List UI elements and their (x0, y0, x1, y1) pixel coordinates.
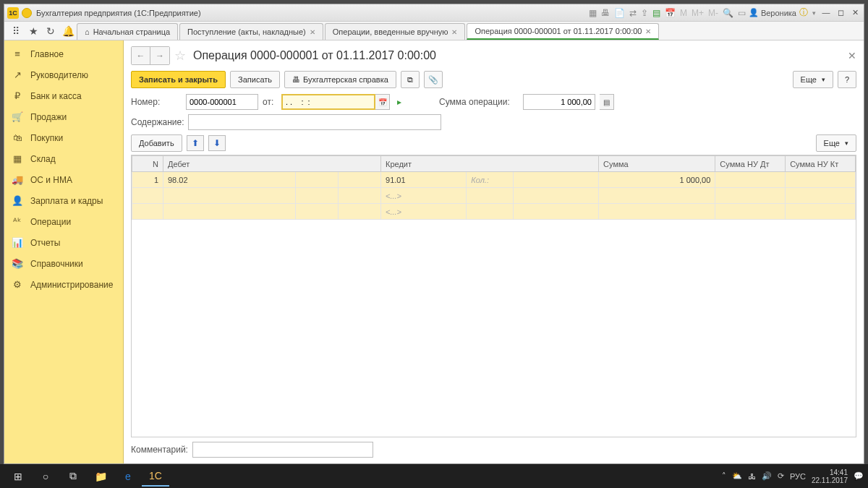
sidebar-item-purchases[interactable]: 🛍Покупки (4, 127, 123, 148)
cell-sumdt[interactable] (715, 172, 786, 188)
info-icon[interactable]: ⓘ (799, 7, 808, 19)
tray-up-icon[interactable]: ˄ (722, 471, 726, 481)
cell-sum[interactable] (599, 204, 715, 220)
cell-credit-sub2[interactable] (513, 172, 598, 188)
cell-credit-ph[interactable]: <...> (381, 204, 467, 220)
sidebar-item-admin[interactable]: ⚙Администрирование (4, 274, 123, 295)
user-badge[interactable]: 👤 Вероника (749, 8, 796, 17)
calendar-button[interactable]: 📅 (375, 94, 390, 110)
cell-n[interactable] (132, 204, 163, 220)
cell-debit-sub[interactable] (295, 204, 338, 220)
col-credit[interactable]: Кредит (381, 156, 599, 172)
sidebar-item-main[interactable]: ≡Главное (4, 43, 123, 64)
tray-network-icon[interactable]: 🖧 (748, 472, 756, 481)
sidebar-item-operations[interactable]: ᴬᵏОперации (4, 211, 123, 232)
explorer-icon[interactable]: 📁 (87, 466, 114, 487)
help-button[interactable]: ? (838, 71, 856, 88)
sidebar-item-hr[interactable]: 👤Зарплата и кадры (4, 190, 123, 211)
sidebar-item-reports[interactable]: 📊Отчеты (4, 232, 123, 253)
cell-sum[interactable]: 1 000,00 (599, 172, 715, 188)
close-tab-icon[interactable]: ✕ (645, 27, 651, 35)
tray-cloud-icon[interactable]: ⛅ (732, 471, 742, 481)
col-sum[interactable]: Сумма (599, 156, 715, 172)
copy-button[interactable]: ⧉ (401, 71, 420, 88)
minimize-button[interactable]: — (820, 8, 832, 17)
add-button[interactable]: Добавить (131, 134, 182, 152)
dropdown-icon[interactable] (22, 8, 32, 18)
cell-credit-sub[interactable] (513, 204, 598, 220)
cell-debit-sub[interactable] (338, 188, 380, 204)
export-icon[interactable]: ⇪ (641, 8, 648, 18)
save-close-button[interactable]: Записать и закрыть (131, 71, 226, 88)
col-debit[interactable]: Дебет (163, 156, 381, 172)
close-button[interactable]: ✕ (849, 8, 861, 17)
tab-operation[interactable]: Операция 0000-000001 от 01.11.2017 0:00:… (467, 23, 659, 40)
favorite-icon[interactable]: ★ (25, 22, 42, 40)
cell-debit-sub[interactable] (163, 188, 296, 204)
cell-n[interactable]: 1 (132, 172, 163, 188)
number-input[interactable] (186, 94, 258, 110)
print-icon[interactable]: 🖶 (601, 8, 610, 18)
cell-credit-sub[interactable] (467, 188, 514, 204)
mminus-icon[interactable]: M- (708, 8, 718, 18)
star-icon[interactable]: ☆ (174, 48, 186, 64)
notifications-icon[interactable]: 🔔 (59, 22, 77, 40)
maximize-button[interactable]: ◻ (835, 8, 846, 17)
cell-credit-ph[interactable]: <...> (381, 188, 467, 204)
grid-icon[interactable]: ▦ (589, 8, 597, 18)
cell-credit[interactable]: 91.01 (381, 172, 467, 188)
table-row[interactable]: <...> (132, 204, 856, 220)
search-icon[interactable]: ○ (32, 466, 59, 487)
cell-debit-sub1[interactable] (295, 172, 338, 188)
col-n[interactable]: N (132, 156, 163, 172)
calc-button[interactable]: ▤ (600, 94, 614, 110)
report-button[interactable]: 🖶 Бухгалтерская справка (284, 71, 396, 88)
tab-receipts[interactable]: Поступление (акты, накладные) ✕ (179, 23, 323, 40)
more-button[interactable]: Еще▾ (793, 71, 833, 88)
table-row[interactable]: 1 98.02 91.01 Кол.: 1 000,00 (132, 172, 856, 188)
cell-sumdt[interactable] (715, 204, 786, 220)
tray-volume-icon[interactable]: 🔊 (762, 471, 772, 481)
doc-icon[interactable]: 📄 (614, 8, 625, 18)
mplus-icon[interactable]: M+ (692, 8, 704, 18)
compare-icon[interactable]: ⇄ (629, 8, 637, 18)
app-taskbar-icon[interactable]: 1C (142, 466, 169, 487)
save-button[interactable]: Записать (230, 71, 280, 88)
forward-button[interactable]: → (150, 47, 169, 64)
attach-button[interactable]: 📎 (424, 71, 443, 88)
close-page-button[interactable]: ✕ (848, 50, 856, 61)
sidebar-item-sales[interactable]: 🛒Продажи (4, 106, 123, 127)
system-tray[interactable]: ˄ ⛅ 🖧 🔊 ⟳ РУС 14:41 22.11.2017 💬 (722, 468, 864, 484)
taskview-icon[interactable]: ⧉ (59, 466, 87, 487)
tab-manual-ops[interactable]: Операции, введенные вручную ✕ (325, 23, 466, 40)
start-button[interactable]: ⊞ (4, 466, 32, 487)
sidebar-item-assets[interactable]: 🚚ОС и НМА (4, 169, 123, 190)
cell-sumkt[interactable] (786, 188, 856, 204)
m-icon[interactable]: M (680, 8, 687, 18)
back-button[interactable]: ← (132, 47, 150, 64)
col-sumdt[interactable]: Сумма НУ Дт (715, 156, 786, 172)
cell-credit-sub[interactable] (513, 188, 598, 204)
tray-notifications-icon[interactable]: 💬 (854, 471, 864, 481)
move-up-button[interactable]: ⬆ (187, 135, 204, 151)
cell-sum[interactable] (599, 188, 715, 204)
info-dd-icon[interactable]: ▾ (812, 9, 816, 17)
cell-sumkt[interactable] (786, 172, 856, 188)
cell-sumkt[interactable] (786, 204, 856, 220)
sidebar-item-warehouse[interactable]: ▦Склад (4, 148, 123, 169)
cell-debit-sub2[interactable] (338, 172, 380, 188)
apps-icon[interactable]: ⠿ (7, 22, 25, 40)
tray-lang[interactable]: РУС (790, 472, 806, 481)
sidebar-item-bank[interactable]: ₽Банк и касса (4, 85, 123, 106)
calendar-icon[interactable]: 📅 (665, 8, 676, 18)
cell-debit[interactable]: 98.02 (163, 172, 296, 188)
entries-grid[interactable]: N Дебет Кредит Сумма Сумма НУ Дт Сумма Н… (131, 155, 856, 437)
panel-icon[interactable]: ▭ (738, 8, 746, 18)
cell-n[interactable] (132, 188, 163, 204)
cell-debit-sub[interactable] (338, 204, 380, 220)
close-tab-icon[interactable]: ✕ (451, 28, 457, 36)
close-tab-icon[interactable]: ✕ (310, 28, 315, 36)
edge-icon[interactable]: e (114, 466, 142, 487)
sidebar-item-manager[interactable]: ↗Руководителю (4, 64, 123, 85)
tray-clock[interactable]: 14:41 22.11.2017 (812, 468, 848, 484)
